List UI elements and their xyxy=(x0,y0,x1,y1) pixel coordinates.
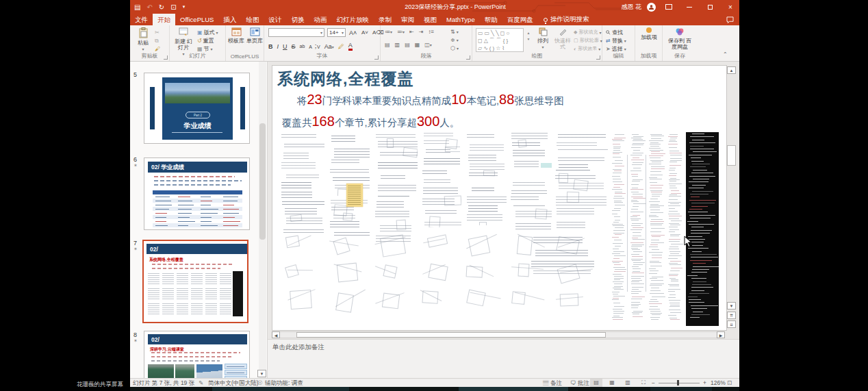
reading-view-button[interactable]: ▥ xyxy=(622,379,634,387)
tab-百度网盘[interactable]: 百度网盘 xyxy=(502,14,538,25)
user-name[interactable]: 感恩 花 xyxy=(621,3,641,12)
fit-to-window-icon[interactable]: ⊡ xyxy=(727,379,732,387)
tab-文件[interactable]: 文件 xyxy=(130,14,153,25)
font-size-combo[interactable]: 14+▾ xyxy=(327,28,346,37)
thumbnail-slide-5[interactable]: Part 2 学业成绩 xyxy=(144,73,250,144)
notes-pane[interactable]: 单击此处添加备注 xyxy=(267,339,739,378)
next-slide-button[interactable]: ⇊ xyxy=(727,320,736,328)
tab-动画[interactable]: 动画 xyxy=(309,14,331,25)
accessibility-status[interactable]: 辅助功能: 调查 xyxy=(265,379,303,387)
line-spacing-icon[interactable]: ↕≡ xyxy=(428,29,434,35)
animation-star-icon[interactable]: ✶ xyxy=(133,247,138,252)
spell-check-icon[interactable]: ✎ xyxy=(199,379,203,387)
slide-sorter-view-button[interactable]: ▦ xyxy=(606,379,618,387)
previous-slide-button[interactable]: ⇈ xyxy=(727,312,736,319)
tab-帮助[interactable]: 帮助 xyxy=(480,14,502,25)
grow-font-icon[interactable]: A˄ xyxy=(349,29,357,36)
vscroll-down-icon[interactable]: ▼ xyxy=(727,302,736,310)
align-right-icon[interactable]: ▤ xyxy=(405,42,410,48)
smartart-convert-icon[interactable]: ⬡▾ xyxy=(450,45,459,51)
paragraph-dialog-launcher[interactable] xyxy=(466,55,470,60)
font-color-icon[interactable]: A xyxy=(348,42,353,51)
slide-counter[interactable]: 幻灯片 第 7 张, 共 19 张 xyxy=(133,379,194,387)
cut-icon[interactable]: ✂ xyxy=(155,29,159,36)
notes-toggle[interactable]: ▤ 备注 xyxy=(543,379,562,387)
template-library-button[interactable]: 模板库 xyxy=(227,27,245,44)
tab-录制[interactable]: 录制 xyxy=(374,14,396,25)
shrink-font-icon[interactable]: A˅ xyxy=(361,29,368,36)
char-spacing-icon[interactable]: A︔V xyxy=(309,43,320,50)
replace-button[interactable]: ⇄替换▾ xyxy=(606,37,626,45)
align-left-icon[interactable]: ▤ xyxy=(385,42,390,48)
bullets-icon[interactable]: ≔▾ xyxy=(385,29,392,35)
ribbon-display-options-icon[interactable] xyxy=(661,0,676,14)
vscroll-thumb[interactable] xyxy=(727,145,736,166)
slideshow-view-button[interactable]: ⛶ xyxy=(637,379,650,387)
justify-icon[interactable]: ▦ xyxy=(415,42,420,48)
shape-effects-button[interactable]: ◐形状效果▾ xyxy=(574,45,600,52)
highlight-icon[interactable]: 🖉 xyxy=(338,43,344,50)
tab-MathType[interactable]: MathType xyxy=(442,14,480,25)
thumbnail-slide-8[interactable]: 02/ 深耕学习,云端课堂 xyxy=(144,331,250,378)
paste-button[interactable]: 粘贴▾ xyxy=(134,27,152,52)
numbering-icon[interactable]: ≕▾ xyxy=(397,29,405,35)
collapse-ribbon-icon[interactable]: ⌃ xyxy=(723,51,728,58)
zoom-level[interactable]: 126% xyxy=(711,379,726,387)
font-name-combo[interactable]: ▾ xyxy=(268,28,324,37)
thumbnail-slide-7-selected[interactable]: 02/ 系统网络,全程覆盖 xyxy=(142,240,248,323)
hscroll-right-icon[interactable]: ▶ xyxy=(717,331,725,338)
font-dialog-launcher[interactable] xyxy=(374,55,379,60)
drawing-dialog-launcher[interactable] xyxy=(596,55,600,60)
thumbnail-scroll-down-icon[interactable]: ▼ xyxy=(257,370,266,377)
redo-icon[interactable]: ↻ xyxy=(159,3,164,11)
tab-绘图[interactable]: 绘图 xyxy=(241,14,264,25)
page-library-button[interactable]: 单页库 xyxy=(246,27,264,44)
text-direction-icon[interactable]: ⇅▾ xyxy=(450,29,459,35)
tab-幻灯片放映[interactable]: 幻灯片放映 xyxy=(331,14,374,25)
comments-icon[interactable] xyxy=(726,16,734,23)
close-button[interactable]: × xyxy=(723,0,738,14)
user-avatar[interactable] xyxy=(647,3,656,12)
hscroll-thumb[interactable] xyxy=(296,332,606,338)
save-to-baidu-button[interactable]: 保存到 百度网盘 xyxy=(666,27,693,50)
addins-button[interactable]: 加载项 xyxy=(639,27,659,40)
indent-icon[interactable]: ⇥ xyxy=(419,29,424,35)
thumbnail-scrollbar-thumb[interactable] xyxy=(259,123,266,240)
notes-placeholder[interactable]: 单击此处添加备注 xyxy=(272,343,324,352)
zoom-slider-thumb[interactable] xyxy=(677,380,679,386)
shapes-gallery[interactable]: ▭▭╲╲◻○◻△⌒⌒{}▱∿()☆⌇ xyxy=(476,28,524,52)
vscroll-up-icon[interactable]: ▲ xyxy=(727,66,736,74)
shadow-button[interactable]: ab xyxy=(300,44,305,49)
zoom-in-icon[interactable]: + xyxy=(703,379,706,387)
strikethrough-button[interactable]: S xyxy=(292,43,296,50)
align-center-icon[interactable]: ▥ xyxy=(395,42,400,48)
find-button[interactable]: 查找 xyxy=(606,29,623,36)
tab-OfficePLUS[interactable]: OfficePLUS xyxy=(175,14,218,25)
change-case-icon[interactable]: Aa▾ xyxy=(324,43,334,50)
shape-outline-button[interactable]: ▢形状轮廓▾ xyxy=(574,37,602,44)
columns-icon[interactable]: ◫▾ xyxy=(424,42,432,48)
animation-star-icon[interactable]: ✶ xyxy=(133,338,138,344)
zoom-slider[interactable] xyxy=(659,383,700,383)
restore-button[interactable] xyxy=(702,0,717,14)
tab-切换[interactable]: 切换 xyxy=(286,14,309,25)
format-painter-icon[interactable]: 🖌 xyxy=(155,46,160,52)
minimize-button[interactable] xyxy=(682,0,697,14)
shapes-scroll[interactable]: ▲▼ xyxy=(525,31,532,41)
save-icon[interactable]: ▤ xyxy=(134,3,140,11)
tab-设计[interactable]: 设计 xyxy=(264,14,286,25)
thumbnail-slide-6[interactable]: 02/ 学业成绩 xyxy=(144,157,250,230)
underline-button[interactable]: U xyxy=(283,43,288,50)
zoom-out-icon[interactable]: − xyxy=(652,379,655,387)
comments-toggle[interactable]: 🗨 批注 xyxy=(570,379,589,387)
shape-fill-button[interactable]: ◆形状填充▾ xyxy=(574,29,601,36)
slide-canvas[interactable]: 系统网络,全程覆盖 将23门学科课本重要知识点精简成10本笔记,88张思维导图 … xyxy=(272,65,727,331)
animation-star-icon[interactable]: ✶ xyxy=(133,163,138,168)
tab-视图[interactable]: 视图 xyxy=(419,14,442,25)
layout-button[interactable]: ▣版式▾ xyxy=(197,29,218,36)
tab-插入[interactable]: 插入 xyxy=(218,14,241,25)
tell-me-search[interactable]: 操作说明搜索 xyxy=(538,14,595,25)
normal-view-button[interactable]: ▤ xyxy=(590,379,602,387)
clipboard-dialog-launcher[interactable] xyxy=(164,55,168,60)
quick-styles-button[interactable]: 快速样式 xyxy=(553,27,572,50)
